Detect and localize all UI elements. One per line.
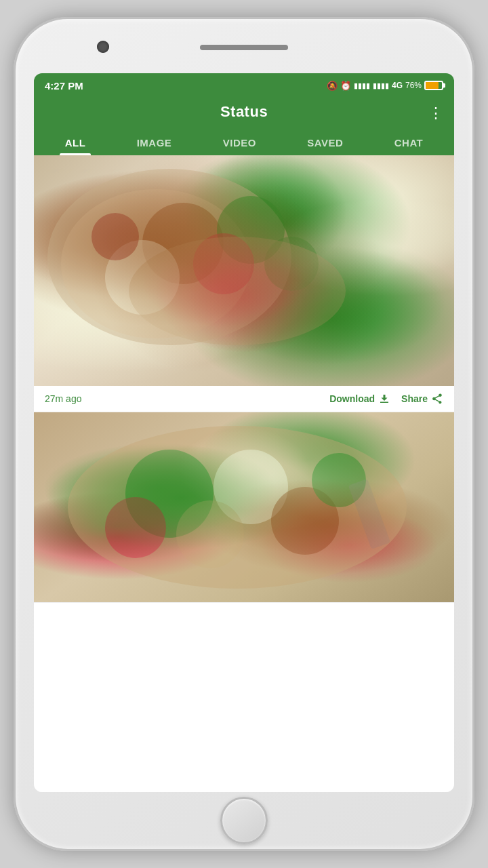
time-ago-1: 27m ago xyxy=(45,393,81,404)
food-image-1[interactable] xyxy=(34,155,454,386)
download-button-1[interactable]: Download xyxy=(329,393,390,405)
front-camera xyxy=(97,41,109,53)
status-time: 4:27 PM xyxy=(45,80,83,92)
svg-point-5 xyxy=(105,240,180,315)
action-buttons-1: Download Share xyxy=(329,393,443,405)
battery-tip xyxy=(443,83,445,88)
svg-point-4 xyxy=(193,233,254,294)
status-icons: 🔕 ⏰ ▮▮▮▮ ▮▮▮▮ 4G 76% xyxy=(327,81,443,91)
svg-point-0 xyxy=(47,169,291,345)
svg-point-2 xyxy=(142,203,224,284)
home-button[interactable] xyxy=(220,797,268,844)
tab-all[interactable]: ALL xyxy=(60,129,92,155)
mute-icon: 🔕 xyxy=(327,81,338,91)
food-image-2[interactable] xyxy=(34,412,454,602)
signal-icon: ▮▮▮▮ xyxy=(354,81,370,90)
status-item-1: 27m ago Download Share xyxy=(34,155,454,412)
menu-button[interactable]: ⋮ xyxy=(428,106,443,121)
tab-chat[interactable]: CHAT xyxy=(389,129,429,155)
alarm-icon: ⏰ xyxy=(340,81,351,91)
download-icon xyxy=(378,393,390,405)
svg-point-13 xyxy=(105,497,166,558)
svg-point-6 xyxy=(264,237,319,291)
battery-fill xyxy=(426,82,439,89)
speaker xyxy=(200,45,288,50)
svg-point-8 xyxy=(129,237,346,345)
app-title: Status xyxy=(220,103,268,121)
battery-percent: 76% xyxy=(405,81,422,90)
signal-icon-2: ▮▮▮▮ xyxy=(373,81,389,90)
tab-saved[interactable]: SAVED xyxy=(302,129,348,155)
share-icon xyxy=(431,393,443,405)
svg-point-7 xyxy=(92,213,139,260)
network-type: 4G xyxy=(392,81,403,90)
battery-icon xyxy=(424,81,443,90)
phone-screen: 4:27 PM 🔕 ⏰ ▮▮▮▮ ▮▮▮▮ 4G 76% Status ⋮ xyxy=(34,73,454,792)
phone-top xyxy=(16,19,472,73)
app-header: Status ⋮ xyxy=(34,98,454,129)
status-item-2 xyxy=(34,412,454,603)
status-bar: 4:27 PM 🔕 ⏰ ▮▮▮▮ ▮▮▮▮ 4G 76% xyxy=(34,73,454,98)
svg-point-3 xyxy=(217,196,285,264)
tabs-bar: ALL IMAGE VIDEO SAVED CHAT xyxy=(34,129,454,155)
svg-point-15 xyxy=(176,500,244,568)
tab-video[interactable]: VIDEO xyxy=(218,129,262,155)
share-button-1[interactable]: Share xyxy=(401,393,443,405)
tab-image[interactable]: IMAGE xyxy=(131,129,178,155)
content-area: 27m ago Download Share xyxy=(34,155,454,792)
phone-bottom xyxy=(220,792,268,849)
phone-frame: 4:27 PM 🔕 ⏰ ▮▮▮▮ ▮▮▮▮ 4G 76% Status ⋮ xyxy=(14,17,474,851)
svg-point-1 xyxy=(61,189,251,338)
item-1-footer: 27m ago Download Share xyxy=(34,386,454,412)
